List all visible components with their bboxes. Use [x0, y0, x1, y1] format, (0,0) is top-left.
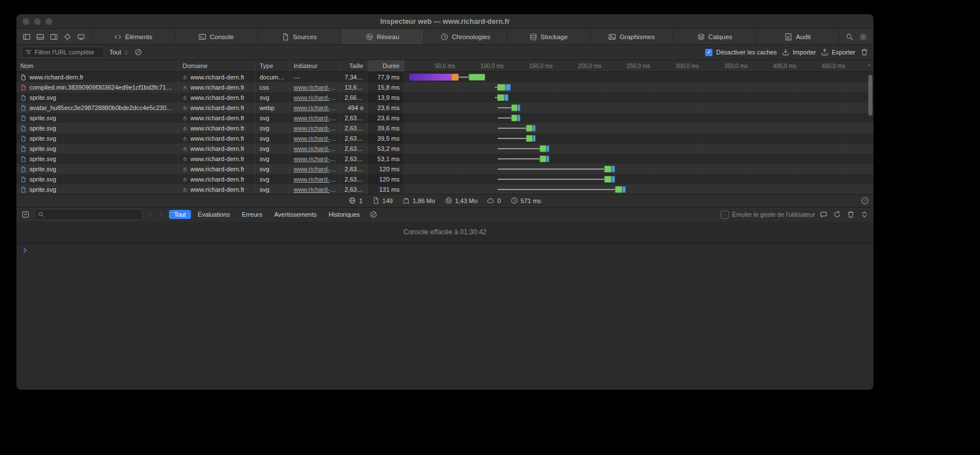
waterfall-bar[interactable] — [404, 144, 873, 154]
tab-audit[interactable]: Audit — [756, 29, 839, 44]
initiator-link[interactable]: www.richard-d… — [294, 104, 336, 111]
waterfall-bar[interactable] — [404, 164, 873, 174]
size-text: 2,63 … — [345, 186, 363, 193]
dock-bottom-icon[interactable] — [34, 31, 46, 43]
tab-sources[interactable]: Sources — [257, 29, 341, 44]
export-button[interactable]: Exporter — [821, 48, 855, 56]
resize-panel-icon[interactable] — [860, 210, 868, 218]
filter-mode-icon[interactable] — [134, 48, 142, 56]
titlebar[interactable]: Inspecteur web — www.richard-dern.fr — [16, 14, 873, 29]
resource-scope-select[interactable]: Tout — [109, 49, 129, 56]
clear-console-icon[interactable] — [833, 210, 841, 218]
table-row[interactable]: sprite.svgwww.richard-dern.frsvgwww.rich… — [16, 133, 873, 144]
initiator-link[interactable]: www.richard-d… — [294, 166, 336, 172]
type-text: svg — [260, 94, 269, 101]
table-row[interactable]: sprite.svgwww.richard-dern.frsvgwww.rich… — [16, 184, 873, 194]
initiator-link[interactable]: www.richard-d… — [294, 115, 336, 121]
table-row[interactable]: sprite.svgwww.richard-dern.frsvgwww.rich… — [16, 113, 873, 123]
waterfall-bar[interactable] — [404, 184, 873, 194]
tab-storage[interactable]: Stockage — [507, 29, 590, 44]
disable-caches-checkbox[interactable]: ✓ Désactiver les caches — [705, 49, 777, 56]
waterfall-bar[interactable] — [404, 72, 873, 82]
console-messages-icon[interactable] — [820, 210, 828, 218]
initiator-link[interactable]: www.richard-d… — [294, 125, 336, 132]
tab-layers[interactable]: Calques — [673, 29, 756, 44]
url-filter-field[interactable] — [22, 47, 104, 58]
vertical-scrollbar[interactable] — [868, 75, 872, 116]
column-header-initiator[interactable]: Initiateur — [290, 60, 341, 71]
url-filter-input[interactable] — [35, 49, 100, 56]
tab-graphics[interactable]: Graphismes — [589, 29, 673, 44]
initiator-link[interactable]: www.richard-d… — [294, 176, 336, 183]
scroll-top-icon[interactable] — [866, 62, 872, 68]
initiator-link[interactable]: www.richard-d… — [294, 135, 336, 142]
waterfall-bar[interactable] — [404, 92, 873, 103]
table-row[interactable]: sprite.svgwww.richard-dern.frsvgwww.rich… — [16, 144, 873, 154]
waterfall-cell — [404, 164, 873, 174]
initiator-link[interactable]: www.richard-d… — [294, 94, 336, 101]
initiator-cell: www.richard-d… — [290, 113, 341, 123]
device-icon[interactable] — [75, 31, 87, 43]
console-tab-tout[interactable]: Tout — [169, 210, 191, 219]
tab-timelines[interactable]: Chronologies — [423, 29, 507, 44]
console-prompt[interactable] — [16, 243, 873, 256]
table-row[interactable]: www.richard-dern.frwww.richard-dern.frdo… — [16, 72, 873, 82]
emulate-gesture-checkbox[interactable]: ✓ Émuler le geste de l'utilisateur — [720, 210, 815, 219]
element-picker-icon[interactable] — [61, 31, 74, 43]
console-tab-évaluations[interactable]: Évaluations — [193, 210, 235, 219]
table-row[interactable]: sprite.svgwww.richard-dern.frsvgwww.rich… — [16, 164, 873, 174]
trash-icon[interactable] — [847, 210, 855, 218]
import-button[interactable]: Importer — [782, 48, 816, 56]
tab-network[interactable]: Réseau — [341, 29, 424, 44]
tab-console[interactable]: Console — [175, 29, 258, 44]
initiator-link[interactable]: www.richard-d… — [294, 186, 336, 193]
minimize-button[interactable] — [34, 18, 41, 25]
table-row[interactable]: sprite.svgwww.richard-dern.frsvgwww.rich… — [16, 174, 873, 184]
console-search-input[interactable] — [47, 211, 139, 218]
initiator-link[interactable]: www.richard-d… — [294, 84, 336, 91]
column-header-name[interactable]: Nom — [16, 60, 179, 71]
waterfall-bar[interactable] — [404, 123, 873, 133]
table-row[interactable]: sprite.svgwww.richard-dern.frsvgwww.rich… — [16, 154, 873, 164]
clear-network-icon[interactable] — [860, 48, 868, 56]
initiator-link[interactable]: www.richard-d… — [294, 155, 336, 162]
dock-right-icon[interactable] — [48, 31, 60, 43]
waterfall-bar[interactable] — [404, 133, 873, 144]
domain-text: www.richard-dern.fr — [190, 186, 244, 193]
close-button[interactable] — [23, 18, 29, 25]
waterfall-segment-green — [604, 166, 612, 172]
console-tab-avertissements[interactable]: Avertissements — [269, 210, 322, 219]
search-icon[interactable] — [843, 31, 856, 43]
column-header-type[interactable]: Type — [256, 60, 290, 71]
filetype-doc-icon — [20, 74, 27, 81]
column-header-size[interactable]: Taille — [341, 60, 368, 71]
initiator-cell: www.richard-d… — [290, 92, 341, 103]
console-tab-historiques[interactable]: Historiques — [324, 210, 365, 219]
console-forward-icon[interactable] — [158, 212, 164, 218]
table-row[interactable]: sprite.svgwww.richard-dern.frsvgwww.rich… — [16, 123, 873, 133]
initiator-link[interactable]: www.richard-d… — [294, 145, 336, 152]
waterfall-bar[interactable] — [404, 103, 873, 113]
console-scope-icon[interactable] — [22, 210, 29, 218]
console-search-field[interactable] — [34, 209, 143, 220]
table-row[interactable]: compiled.min.38390909f303624ed9e1cf1bd3f… — [16, 82, 873, 92]
waterfall-bar[interactable] — [404, 154, 873, 164]
column-header-duration[interactable]: Durée — [368, 60, 404, 71]
status-value: 149 — [383, 197, 393, 204]
table-row[interactable]: sprite.svgwww.richard-dern.frsvgwww.rich… — [16, 92, 873, 103]
waterfall-bar[interactable] — [404, 174, 873, 184]
size-text: 2,63 … — [345, 176, 363, 183]
table-row[interactable]: avatar_hu85ecc3e298728880b0bde2dcc4e5c23… — [16, 103, 873, 113]
waterfall-bar[interactable] — [404, 113, 873, 123]
dock-left-icon[interactable] — [20, 31, 33, 43]
console-filter-icon[interactable] — [370, 210, 377, 218]
column-header-domain[interactable]: Domaine — [179, 60, 256, 71]
console-back-icon[interactable] — [147, 212, 154, 218]
waterfall-segment-blue — [533, 135, 536, 142]
tab-elements[interactable]: Éléments — [91, 29, 175, 44]
waterfall-bar[interactable] — [404, 82, 873, 92]
zoom-button[interactable] — [45, 18, 52, 25]
console-tab-erreurs[interactable]: Erreurs — [237, 210, 268, 219]
gear-icon[interactable] — [857, 31, 869, 43]
help-icon[interactable]: ? — [861, 197, 869, 205]
